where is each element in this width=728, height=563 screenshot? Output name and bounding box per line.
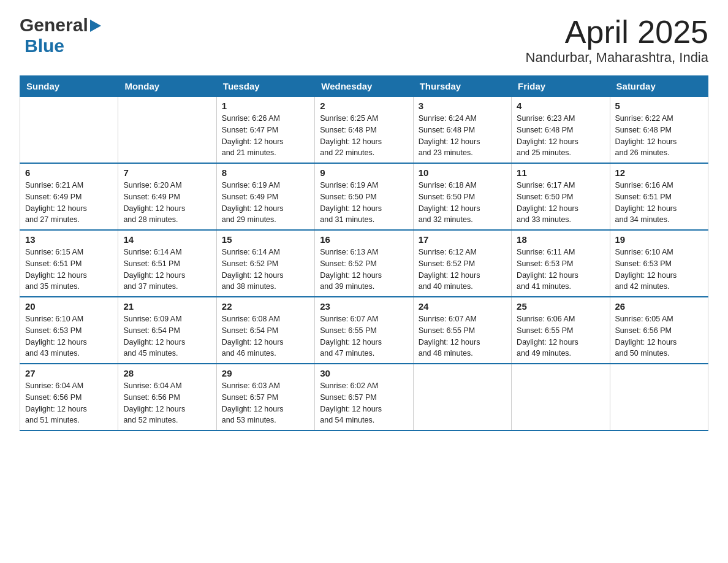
calendar-cell: 20Sunrise: 6:10 AMSunset: 6:53 PMDayligh… <box>20 297 118 364</box>
calendar-cell: 25Sunrise: 6:06 AMSunset: 6:55 PMDayligh… <box>512 297 610 364</box>
calendar-cell: 24Sunrise: 6:07 AMSunset: 6:55 PMDayligh… <box>413 297 511 364</box>
page-header: General Blue April 2025 Nandurbar, Mahar… <box>20 15 708 66</box>
day-info: Sunrise: 6:04 AMSunset: 6:56 PMDaylight:… <box>123 380 211 426</box>
calendar-cell: 4Sunrise: 6:23 AMSunset: 6:48 PMDaylight… <box>512 97 610 164</box>
day-number: 5 <box>615 101 703 111</box>
day-info: Sunrise: 6:07 AMSunset: 6:55 PMDaylight:… <box>419 313 506 359</box>
day-number: 15 <box>222 234 309 245</box>
day-number: 21 <box>123 301 211 312</box>
day-number: 16 <box>320 234 408 245</box>
calendar-cell: 13Sunrise: 6:15 AMSunset: 6:51 PMDayligh… <box>20 230 118 297</box>
calendar-cell: 2Sunrise: 6:25 AMSunset: 6:48 PMDaylight… <box>315 97 413 164</box>
day-number: 3 <box>419 101 506 111</box>
calendar-cell: 26Sunrise: 6:05 AMSunset: 6:56 PMDayligh… <box>610 297 708 364</box>
calendar-table: SundayMondayTuesdayWednesdayThursdayFrid… <box>20 75 708 431</box>
day-info: Sunrise: 6:17 AMSunset: 6:50 PMDaylight:… <box>517 180 604 226</box>
day-number: 2 <box>320 101 408 111</box>
day-number: 13 <box>25 234 113 245</box>
day-info: Sunrise: 6:14 AMSunset: 6:52 PMDaylight:… <box>222 247 309 293</box>
week-row-2: 6Sunrise: 6:21 AMSunset: 6:49 PMDaylight… <box>20 163 708 230</box>
day-info: Sunrise: 6:23 AMSunset: 6:48 PMDaylight:… <box>517 113 604 159</box>
day-info: Sunrise: 6:07 AMSunset: 6:55 PMDaylight:… <box>320 313 408 359</box>
calendar-cell: 8Sunrise: 6:19 AMSunset: 6:49 PMDaylight… <box>216 163 314 230</box>
logo: General Blue <box>20 15 101 56</box>
day-info: Sunrise: 6:05 AMSunset: 6:56 PMDaylight:… <box>615 313 703 359</box>
day-number: 8 <box>222 167 309 178</box>
day-info: Sunrise: 6:11 AMSunset: 6:53 PMDaylight:… <box>517 247 604 293</box>
calendar-cell <box>413 364 511 431</box>
day-header-monday: Monday <box>118 76 216 97</box>
calendar-cell: 28Sunrise: 6:04 AMSunset: 6:56 PMDayligh… <box>118 364 216 431</box>
calendar-cell: 5Sunrise: 6:22 AMSunset: 6:48 PMDaylight… <box>610 97 708 164</box>
calendar-header: SundayMondayTuesdayWednesdayThursdayFrid… <box>20 76 708 97</box>
week-row-4: 20Sunrise: 6:10 AMSunset: 6:53 PMDayligh… <box>20 297 708 364</box>
day-info: Sunrise: 6:20 AMSunset: 6:49 PMDaylight:… <box>123 180 211 226</box>
day-info: Sunrise: 6:16 AMSunset: 6:51 PMDaylight:… <box>615 180 703 226</box>
day-info: Sunrise: 6:04 AMSunset: 6:56 PMDaylight:… <box>25 380 113 426</box>
day-number: 26 <box>615 301 703 312</box>
day-number: 12 <box>615 167 703 178</box>
day-number: 1 <box>222 101 309 111</box>
day-number: 22 <box>222 301 309 312</box>
day-number: 19 <box>615 234 703 245</box>
week-row-1: 1Sunrise: 6:26 AMSunset: 6:47 PMDaylight… <box>20 97 708 164</box>
calendar-cell <box>512 364 610 431</box>
day-number: 10 <box>419 167 506 178</box>
calendar-cell: 12Sunrise: 6:16 AMSunset: 6:51 PMDayligh… <box>610 163 708 230</box>
calendar-cell: 23Sunrise: 6:07 AMSunset: 6:55 PMDayligh… <box>315 297 413 364</box>
day-number: 27 <box>25 368 113 378</box>
day-number: 18 <box>517 234 604 245</box>
calendar-cell: 27Sunrise: 6:04 AMSunset: 6:56 PMDayligh… <box>20 364 118 431</box>
days-header-row: SundayMondayTuesdayWednesdayThursdayFrid… <box>20 76 708 97</box>
day-info: Sunrise: 6:24 AMSunset: 6:48 PMDaylight:… <box>419 113 506 159</box>
day-number: 17 <box>419 234 506 245</box>
month-title: April 2025 <box>526 15 708 50</box>
calendar-cell: 10Sunrise: 6:18 AMSunset: 6:50 PMDayligh… <box>413 163 511 230</box>
calendar-cell: 21Sunrise: 6:09 AMSunset: 6:54 PMDayligh… <box>118 297 216 364</box>
calendar-cell: 16Sunrise: 6:13 AMSunset: 6:52 PMDayligh… <box>315 230 413 297</box>
day-header-sunday: Sunday <box>20 76 118 97</box>
calendar-cell: 22Sunrise: 6:08 AMSunset: 6:54 PMDayligh… <box>216 297 314 364</box>
day-info: Sunrise: 6:25 AMSunset: 6:48 PMDaylight:… <box>320 113 408 159</box>
calendar-cell <box>20 97 118 164</box>
day-info: Sunrise: 6:21 AMSunset: 6:49 PMDaylight:… <box>25 180 113 226</box>
day-number: 14 <box>123 234 211 245</box>
day-info: Sunrise: 6:10 AMSunset: 6:53 PMDaylight:… <box>615 247 703 293</box>
day-number: 6 <box>25 167 113 178</box>
day-number: 11 <box>517 167 604 178</box>
day-info: Sunrise: 6:03 AMSunset: 6:57 PMDaylight:… <box>222 380 309 426</box>
day-info: Sunrise: 6:12 AMSunset: 6:52 PMDaylight:… <box>419 247 506 293</box>
day-info: Sunrise: 6:22 AMSunset: 6:48 PMDaylight:… <box>615 113 703 159</box>
week-row-5: 27Sunrise: 6:04 AMSunset: 6:56 PMDayligh… <box>20 364 708 431</box>
day-header-tuesday: Tuesday <box>216 76 314 97</box>
day-number: 25 <box>517 301 604 312</box>
day-number: 7 <box>123 167 211 178</box>
day-number: 20 <box>25 301 113 312</box>
day-info: Sunrise: 6:06 AMSunset: 6:55 PMDaylight:… <box>517 313 604 359</box>
calendar-cell: 15Sunrise: 6:14 AMSunset: 6:52 PMDayligh… <box>216 230 314 297</box>
calendar-cell: 29Sunrise: 6:03 AMSunset: 6:57 PMDayligh… <box>216 364 314 431</box>
calendar-cell <box>118 97 216 164</box>
day-number: 9 <box>320 167 408 178</box>
week-row-3: 13Sunrise: 6:15 AMSunset: 6:51 PMDayligh… <box>20 230 708 297</box>
day-header-thursday: Thursday <box>413 76 511 97</box>
day-header-saturday: Saturday <box>610 76 708 97</box>
calendar-cell: 11Sunrise: 6:17 AMSunset: 6:50 PMDayligh… <box>512 163 610 230</box>
day-info: Sunrise: 6:18 AMSunset: 6:50 PMDaylight:… <box>419 180 506 226</box>
calendar-cell: 14Sunrise: 6:14 AMSunset: 6:51 PMDayligh… <box>118 230 216 297</box>
calendar-cell: 9Sunrise: 6:19 AMSunset: 6:50 PMDaylight… <box>315 163 413 230</box>
calendar-cell: 1Sunrise: 6:26 AMSunset: 6:47 PMDaylight… <box>216 97 314 164</box>
day-info: Sunrise: 6:13 AMSunset: 6:52 PMDaylight:… <box>320 247 408 293</box>
logo-arrow-icon <box>90 20 101 32</box>
day-info: Sunrise: 6:15 AMSunset: 6:51 PMDaylight:… <box>25 247 113 293</box>
day-header-friday: Friday <box>512 76 610 97</box>
day-header-wednesday: Wednesday <box>315 76 413 97</box>
day-number: 28 <box>123 368 211 378</box>
location-text: Nandurbar, Maharashtra, India <box>526 50 708 66</box>
day-number: 30 <box>320 368 408 378</box>
calendar-cell: 7Sunrise: 6:20 AMSunset: 6:49 PMDaylight… <box>118 163 216 230</box>
calendar-cell: 6Sunrise: 6:21 AMSunset: 6:49 PMDaylight… <box>20 163 118 230</box>
day-info: Sunrise: 6:02 AMSunset: 6:57 PMDaylight:… <box>320 380 408 426</box>
day-info: Sunrise: 6:19 AMSunset: 6:50 PMDaylight:… <box>320 180 408 226</box>
day-number: 23 <box>320 301 408 312</box>
